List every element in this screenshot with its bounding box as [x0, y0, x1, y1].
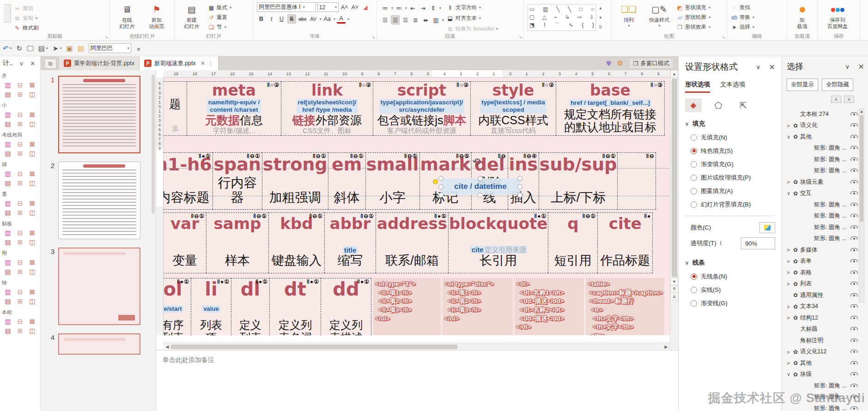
selection-list-item[interactable]: > ✿ 其他 — [787, 357, 864, 369]
gallery-up-button[interactable]: ▲ — [599, 6, 602, 10]
color-picker-button[interactable] — [759, 222, 775, 233]
tool-icon[interactable] — [5, 327, 11, 334]
tab-doc1[interactable]: P重学前端计划-背景.pptx — [59, 56, 140, 70]
numbering-button[interactable]: ≕ — [395, 3, 403, 12]
visibility-eye-icon[interactable] — [850, 203, 858, 207]
visibility-eye-icon[interactable] — [850, 169, 858, 173]
gear-icon[interactable]: ⚙ — [617, 59, 623, 67]
tag-card[interactable]: ‖○② style type[text/css] / media scoped … — [470, 81, 556, 136]
visibility-eye-icon[interactable] — [850, 191, 858, 195]
tag-card[interactable]: ‖⊖① em 斜体 — [328, 152, 366, 210]
tool-icon[interactable] — [17, 238, 23, 246]
align-left-button[interactable]: ☰ — [381, 15, 389, 24]
selection-list-item[interactable]: > ✿ 表格 — [787, 267, 864, 278]
visibility-eye-icon[interactable] — [850, 338, 858, 343]
tool-icon[interactable] — [5, 81, 11, 89]
scroll-left-icon[interactable]: ◀ — [164, 345, 171, 349]
effects-icon[interactable]: ⬠ — [710, 98, 727, 112]
slide-thumbnail[interactable]: 3 — [41, 242, 156, 328]
selection-list-item[interactable]: 矩形: 圆角 ... — [787, 211, 864, 222]
previous-slide-button[interactable]: ⇈ — [670, 285, 678, 293]
thumbnail-scrollbar[interactable] — [152, 75, 155, 213]
tool-icon[interactable] — [29, 170, 36, 177]
underline-button[interactable]: U — [277, 14, 286, 24]
fill-section-header[interactable]: ∨填充 — [685, 120, 775, 128]
visibility-eye-icon[interactable] — [850, 372, 858, 376]
slide-thumbnail-image[interactable] — [58, 248, 140, 325]
visibility-eye-icon[interactable] — [850, 406, 858, 411]
vertical-ruler[interactable]: 5 4 3 2 1 0 1 2 3 4 5 6 7 8 9 — [156, 78, 164, 335]
tag-card[interactable]: ‖●① blockquote cite定义引用来源 长引用 — [448, 212, 548, 273]
distribute-button[interactable]: ⬌ — [421, 15, 430, 24]
gallery-more-button[interactable]: ☰ — [599, 25, 602, 29]
visibility-eye-icon[interactable] — [850, 395, 858, 399]
expand-icon[interactable]: > — [787, 259, 793, 264]
visibility-eye-icon[interactable] — [850, 146, 858, 150]
expand-icon[interactable]: > — [787, 123, 793, 128]
visibility-eye-icon[interactable] — [850, 304, 858, 308]
tag-card[interactable]: ‖⊖① q 短引用 — [548, 212, 598, 273]
close-tab-icon[interactable]: ✕ — [200, 60, 205, 66]
chevron-down-icon[interactable]: ∨ — [756, 63, 760, 71]
visibility-eye-icon[interactable] — [850, 384, 858, 388]
tool-icon[interactable] — [17, 209, 23, 216]
slide-surface[interactable]: 题 示 ‖○② meta name/http-equiv / content /… — [164, 78, 670, 335]
transparency-input[interactable]: 90% — [741, 237, 775, 249]
tool-icon[interactable] — [5, 268, 11, 275]
indent-button[interactable]: ⇥ — [419, 3, 427, 12]
collapse-ribbon-button[interactable]: ⌅ — [136, 44, 142, 53]
tool-icon[interactable] — [17, 297, 23, 305]
tag-card[interactable]: ‖⊖① var 变量 — [164, 212, 206, 273]
tag-card[interactable]: ‖⊖① small 小字 — [365, 152, 420, 210]
tool-icon[interactable] — [29, 199, 36, 207]
fill-option-radio[interactable]: 图片或纹理填充(P) — [685, 171, 775, 184]
tag-card[interactable]: ‖⊖④ ins 插入 — [508, 152, 539, 210]
notes-area[interactable]: 单击此处添加备注 — [156, 350, 678, 411]
change-case-button[interactable]: Aa — [323, 14, 332, 24]
format-painter-button[interactable]: ✎格式刷 — [14, 24, 39, 32]
selection-list-item[interactable]: > ✿ 多媒体 — [787, 244, 864, 256]
tool-icon[interactable] — [17, 140, 23, 148]
tool-icon[interactable] — [29, 111, 36, 118]
grow-font-button[interactable]: A˄ — [340, 3, 349, 12]
visibility-eye-icon[interactable] — [850, 112, 858, 116]
align-right-button[interactable]: ☰ — [401, 15, 410, 24]
fill-option-radio[interactable]: 无填充(N) — [685, 131, 775, 144]
clipboard-dialog-launcher[interactable]: ↘ — [104, 35, 108, 39]
tag-card[interactable]: ‖●① h1-h6 内容标题 — [164, 152, 213, 210]
save-to-netdisk-button[interactable]: 保存到 百度网盘 — [821, 2, 854, 30]
selection-list-item[interactable]: 矩形: 圆角 ... — [787, 403, 864, 411]
tag-card[interactable]: ‖⊖① span 行内容器 — [212, 152, 262, 210]
visibility-eye-icon[interactable] — [850, 293, 858, 297]
tool-icon[interactable] — [29, 150, 36, 157]
tool-icon[interactable] — [29, 238, 36, 246]
char-spacing-button[interactable]: AV — [309, 14, 318, 24]
expand-icon[interactable]: > — [787, 270, 793, 275]
next-slide-button[interactable]: ⇊ — [670, 293, 678, 300]
shape-fill-button[interactable]: ◩形状填充▾ — [676, 3, 710, 12]
expand-icon[interactable]: > — [787, 349, 793, 355]
tag-card[interactable]: 题 示 — [164, 81, 187, 136]
tool-icon[interactable] — [5, 238, 11, 246]
selection-list-item[interactable]: > ✿ 表单 — [787, 256, 864, 267]
selection-list-item[interactable]: 矩形: 圆角 ... — [787, 222, 864, 233]
tool-icon[interactable] — [5, 179, 11, 187]
tool-icon[interactable] — [5, 150, 11, 157]
close-icon[interactable]: ✕ — [769, 63, 775, 72]
visibility-eye-icon[interactable] — [850, 350, 858, 354]
tool-icon[interactable] — [17, 91, 23, 98]
tag-card[interactable]: ‖○② script type[application/javascript]/… — [373, 81, 471, 136]
expand-icon[interactable]: ∨ — [787, 134, 793, 140]
shrink-font-button[interactable]: A˅ — [351, 3, 360, 12]
tag-card[interactable]: ‖⊖ del 删除线 — [471, 152, 508, 210]
code-snippet-card[interactable]: <ol type="disc"> <li>项1</li> <li>项2</li>… — [443, 278, 513, 335]
clipboard-panel-button[interactable]: ▣ — [66, 44, 73, 53]
selection-list-item[interactable]: > ✿ 语义化112 — [787, 346, 864, 358]
horizontal-ruler[interactable]: 191817161514131211109876543210123456789 — [164, 70, 670, 78]
tag-card[interactable]: ‖●① dd 定义列 表描述 — [321, 278, 371, 335]
visibility-eye-icon[interactable] — [850, 225, 858, 230]
visibility-eye-icon[interactable] — [850, 271, 858, 275]
qat-font-combo[interactable]: 阿里巴巴▾ — [89, 43, 131, 53]
selection-list-item[interactable]: ∨ ✿ 块级 — [787, 369, 864, 381]
selection-list-item[interactable]: 矩形: 圆角 ... — [787, 199, 864, 211]
